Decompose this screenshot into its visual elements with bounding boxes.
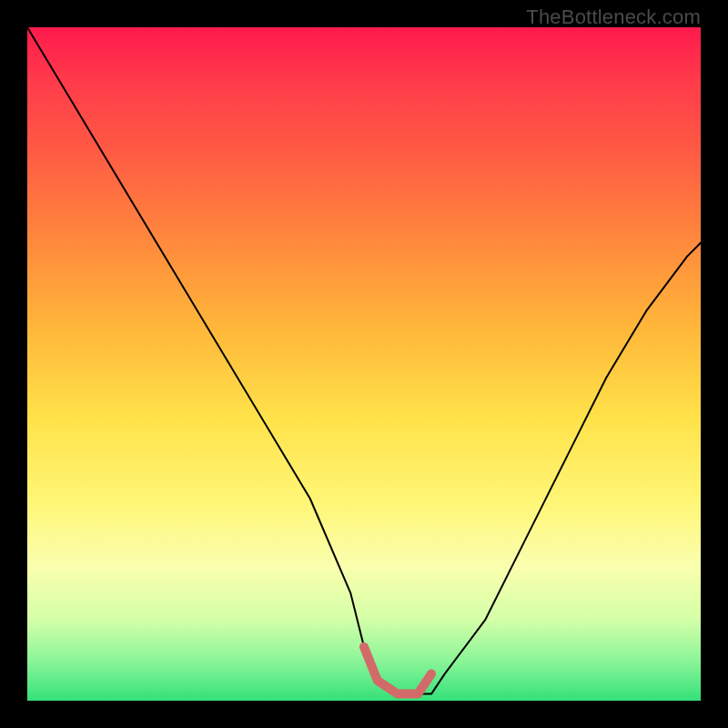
chart-frame: TheBottleneck.com — [0, 0, 728, 728]
bottleneck-curve — [27, 27, 701, 694]
chart-svg — [27, 27, 701, 701]
valley-highlight — [364, 647, 431, 694]
watermark-text: TheBottleneck.com — [526, 5, 701, 29]
plot-area — [27, 27, 701, 701]
